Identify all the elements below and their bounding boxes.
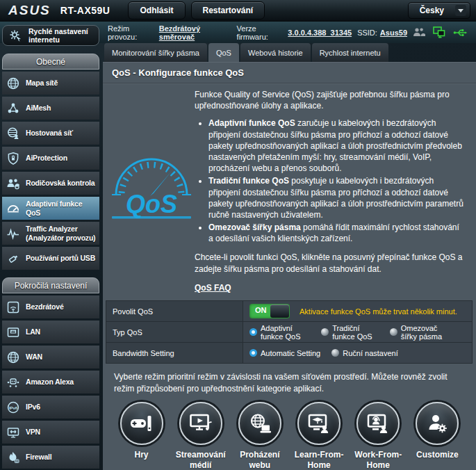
sidebar-item-amazon-alexa[interactable]: Amazon Alexa xyxy=(2,371,99,394)
tab-internet-speed[interactable]: Rychlost internetu xyxy=(312,43,388,62)
radio-manual-setting[interactable]: Ruční nastavení xyxy=(331,349,398,357)
description-text: Funkce Quality of Service (QoS) zajišťuj… xyxy=(195,89,465,293)
bullet-adaptive-qos: Adaptivní funkce QoS zaručuje u kabelový… xyxy=(208,118,465,174)
sidebar-item-label: IPv6 xyxy=(26,403,40,412)
usb-app-icon xyxy=(4,252,22,266)
table-row-bandwidth-setting: Bandwidth Setting Automatic Setting Ručn… xyxy=(106,343,473,364)
priority-modes: Hry Streamování médií Proházení webu xyxy=(103,402,476,470)
sidebar-item-label: Traffic Analyzer (Analyzátor provozu) xyxy=(26,225,97,242)
usb-devices-icon[interactable] xyxy=(453,28,468,38)
devices-icon[interactable] xyxy=(433,26,445,38)
mode-label: Learn-From-Home xyxy=(290,450,349,470)
activation-note: Aktivace funkce QoS může trvat několik m… xyxy=(299,307,457,316)
main-content: Monitorování šířky pásma QoS Webová hist… xyxy=(103,43,476,470)
radio-unselected-icon xyxy=(390,328,397,336)
aimesh-icon xyxy=(4,102,22,115)
mode-label: Streamování médií xyxy=(171,450,230,470)
qos-faq-link[interactable]: QoS FAQ xyxy=(195,282,231,293)
section-advanced: Pokročilá nastavení xyxy=(2,277,99,293)
bullet-traditional-qos: Tradiční funkce QoS poskytuje u kabelový… xyxy=(208,175,465,220)
operation-mode-label: Režim provozu: xyxy=(108,24,156,41)
customize-icon xyxy=(427,413,448,434)
language-value: Česky xyxy=(420,6,444,15)
radio-selected-icon xyxy=(249,328,257,336)
mode-media-streaming: Streamování médií xyxy=(171,402,230,470)
bullet-bandwidth-limiter: Omezovač šířky pásma pomáhá řídit maximá… xyxy=(208,222,465,244)
radio-unselected-icon xyxy=(331,349,339,357)
router-model: RT-AX59U xyxy=(60,5,110,16)
wireless-icon xyxy=(4,300,22,314)
mode-label: Hry xyxy=(134,450,148,460)
radio-traditional-qos[interactable]: Tradiční funkce QoS xyxy=(321,324,379,341)
learn-from-home-mode-button[interactable] xyxy=(297,402,340,445)
sidebar-item-traffic-analyzer[interactable]: Traffic Analyzer (Analyzátor provozu) xyxy=(2,222,99,245)
radio-adaptive-qos[interactable]: Adaptivní funkce QoS xyxy=(249,324,310,341)
wan-icon xyxy=(4,350,22,364)
web-surfing-mode-button[interactable] xyxy=(238,402,281,445)
svg-text:QoS: QoS xyxy=(126,190,177,218)
bandwidth-setting-label: Bandwidth Setting xyxy=(106,343,243,364)
logout-button[interactable]: Odhlásit xyxy=(128,1,185,19)
customize-mode-button[interactable] xyxy=(416,402,459,445)
tab-bandwidth-monitor[interactable]: Monitorování šířky pásma xyxy=(104,43,207,62)
sidebar-item-label: VPN xyxy=(26,428,40,437)
lan-icon xyxy=(4,325,22,339)
top-bar: ASUS RT-AX59U Odhlásit Restartování Česk… xyxy=(0,0,476,22)
qos-type-label: Typ QoS xyxy=(106,322,243,343)
sidebar-item-label: Adaptivní funkce QoS xyxy=(26,200,97,217)
sidebar-item-label: Bezdrátové xyxy=(26,302,64,311)
tab-web-history[interactable]: Webová historie xyxy=(240,43,311,62)
quick-internet-setup-button[interactable]: Rychlé nastavení internetu xyxy=(2,25,99,46)
qos-toggle[interactable]: ON xyxy=(249,304,290,318)
clients-icon[interactable] xyxy=(413,27,425,38)
aiprotection-icon xyxy=(4,152,22,165)
sidebar-item-wireless[interactable]: Bezdrátové xyxy=(2,295,99,318)
sidebar-item-parental-controls[interactable]: Rodičovská kontrola xyxy=(2,172,99,195)
sidebar-item-label: AiMesh xyxy=(26,104,51,113)
web-surfing-icon xyxy=(249,413,271,434)
guest-network-icon xyxy=(4,127,22,140)
reboot-button[interactable]: Restartování xyxy=(191,1,265,19)
work-from-home-icon xyxy=(367,413,389,434)
sidebar-item-label: WAN xyxy=(26,352,42,362)
qos-bullet-list: Adaptivní funkce QoS zaručuje u kabelový… xyxy=(195,118,465,244)
radio-bandwidth-limiter[interactable]: Omezovač šířky pásma xyxy=(390,324,454,341)
qos-panel: QoS - Konfigurace funkce QoS QoS Funkce … xyxy=(103,62,476,470)
sidebar-item-adaptive-qos[interactable]: Adaptivní funkce QoS xyxy=(2,197,99,220)
sidebar-item-aimesh[interactable]: AiMesh xyxy=(2,97,99,120)
radio-unselected-icon xyxy=(321,328,329,336)
gaming-mode-button[interactable] xyxy=(120,402,163,445)
sidebar-item-label: AiProtection xyxy=(26,154,67,163)
media-streaming-mode-button[interactable] xyxy=(179,402,222,445)
mode-label: Customize xyxy=(416,450,459,460)
sidebar-item-guest-network[interactable]: Hostovaná síť xyxy=(2,122,99,145)
mode-gaming: Hry xyxy=(112,402,171,470)
sidebar-item-wan[interactable]: WAN xyxy=(2,346,99,368)
firmware-version-link[interactable]: 3.0.0.4.388_31345 xyxy=(288,29,352,37)
toggle-knob[interactable] xyxy=(270,305,289,318)
sidebar-item-firewall[interactable]: Firewall xyxy=(2,446,99,469)
sidebar-item-label: Amazon Alexa xyxy=(26,378,74,387)
sidebar-item-aiprotection[interactable]: AiProtection xyxy=(2,147,99,170)
sidebar-item-usb-application[interactable]: Používání portů USB xyxy=(2,247,99,270)
work-from-home-mode-button[interactable] xyxy=(356,402,400,445)
network-map-icon xyxy=(4,76,22,90)
sidebar-item-label: Rodičovská kontrola xyxy=(26,179,95,188)
sidebar-item-network-map[interactable]: Mapa sítě xyxy=(2,72,99,95)
mode-selection-note: Vyberte režim prioritní režim v závislos… xyxy=(103,371,476,395)
ssid-link[interactable]: Asus59 xyxy=(380,29,407,37)
sidebar-item-label: Mapa sítě xyxy=(26,79,58,88)
sidebar-item-lan[interactable]: LAN xyxy=(2,321,99,343)
tab-qos[interactable]: QoS xyxy=(208,43,239,62)
mode-customize: Customize xyxy=(408,402,467,470)
sidebar-item-vpn[interactable]: VPN xyxy=(2,421,99,444)
operation-mode-link[interactable]: Bezdrátový směrovač xyxy=(159,24,231,41)
radio-automatic-setting[interactable]: Automatic Setting xyxy=(249,349,320,357)
qos-speedometer-logo: QoS xyxy=(108,89,195,293)
qos-intro: Funkce Quality of Service (QoS) zajišťuj… xyxy=(195,89,465,111)
svg-text:IPv6: IPv6 xyxy=(9,405,18,410)
language-dropdown[interactable]: Česky xyxy=(408,2,470,19)
sidebar-item-ipv6[interactable]: IPv6 IPv6 xyxy=(2,396,99,419)
sidebar-item-label: Používání portů USB xyxy=(26,254,95,263)
table-row-enable-qos: Povolit QoS ON Aktivace funkce QoS může … xyxy=(106,301,473,322)
